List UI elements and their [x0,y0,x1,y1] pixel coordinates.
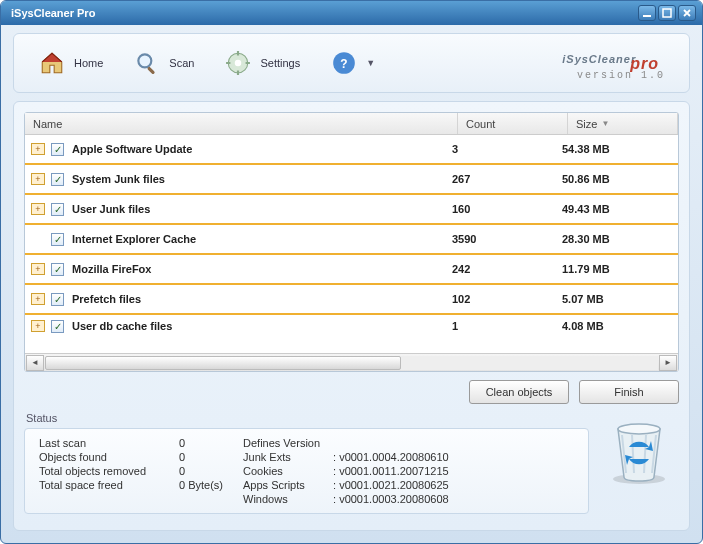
row-name: Prefetch files [72,293,452,305]
grid-body: +✓Apple Software Update354.38 MB+✓System… [25,135,678,353]
status-item: Last scan0 [39,437,223,449]
row-name: Mozilla FireFox [72,263,452,275]
definition-item: Cookies: v0001.0011.20071215 [243,465,449,477]
svg-rect-3 [147,66,155,74]
minimize-button[interactable] [638,5,656,21]
status-item: Objects found0 [39,451,223,463]
home-label: Home [74,57,103,69]
recycle-bin-icon [599,408,679,488]
definition-item: Apps Scripts: v0001.0021.20080625 [243,479,449,491]
row-name: User db cache files [72,320,452,332]
row-count: 1 [452,320,562,332]
status-defs-col: Defines Version Junk Exts: v0001.0004.20… [243,437,449,505]
row-name: Apple Software Update [72,143,452,155]
sort-desc-icon: ▼ [601,119,609,128]
toolbar: Home Scan Settings ? ▼ [13,33,690,93]
row-name: System Junk files [72,173,452,185]
table-row[interactable]: +✓Mozilla FireFox24211.79 MB [25,255,678,285]
expand-icon[interactable]: + [31,263,45,275]
row-count: 267 [452,173,562,185]
expand-icon[interactable]: + [31,320,45,332]
close-button[interactable] [678,5,696,21]
table-row[interactable]: +✓Internet Explorer Cache359028.30 MB [25,225,678,255]
clean-objects-button[interactable]: Clean objects [469,380,569,404]
scroll-track[interactable] [45,356,658,370]
row-size: 5.07 MB [562,293,672,305]
svg-rect-1 [663,9,671,17]
svg-point-2 [139,54,152,67]
horizontal-scrollbar[interactable]: ◄ ► [25,353,678,371]
defines-version-label: Defines Version [243,437,333,449]
content-area: Home Scan Settings ? ▼ [1,25,702,543]
row-name: User Junk files [72,203,452,215]
checkbox[interactable]: ✓ [51,173,64,186]
row-count: 3590 [452,233,562,245]
main-panel: Name Count Size▼ +✓Apple Software Update… [13,101,690,531]
checkbox[interactable]: ✓ [51,143,64,156]
settings-button[interactable]: Settings [214,45,310,81]
table-row[interactable]: +✓System Junk files26750.86 MB [25,165,678,195]
column-count[interactable]: Count [458,113,568,134]
app-window: iSysCleaner Pro Home Scan [0,0,703,544]
status-item: Total space freed0 Byte(s) [39,479,223,491]
row-size: 4.08 MB [562,320,672,332]
svg-point-5 [235,60,242,67]
status-item: Total objects removed0 [39,465,223,477]
expand-icon[interactable]: + [31,143,45,155]
checkbox[interactable]: ✓ [51,293,64,306]
scan-label: Scan [169,57,194,69]
help-icon: ? [330,49,358,77]
finish-button[interactable]: Finish [579,380,679,404]
home-icon [38,49,66,77]
row-count: 102 [452,293,562,305]
settings-label: Settings [260,57,300,69]
search-icon [133,49,161,77]
titlebar[interactable]: iSysCleaner Pro [1,1,702,25]
table-row[interactable]: +✓User Junk files16049.43 MB [25,195,678,225]
column-name[interactable]: Name [25,113,458,134]
checkbox[interactable]: ✓ [51,320,64,333]
svg-text:?: ? [341,57,348,71]
row-name: Internet Explorer Cache [72,233,452,245]
checkbox[interactable]: ✓ [51,233,64,246]
column-size[interactable]: Size▼ [568,113,678,134]
scan-button[interactable]: Scan [123,45,204,81]
brand-logo: iSysCleanerpro version 1.0 [562,45,675,81]
row-count: 242 [452,263,562,275]
expand-icon[interactable]: + [31,293,45,305]
row-size: 28.30 MB [562,233,672,245]
table-row[interactable]: +✓User db cache files14.08 MB [25,315,678,337]
expand-icon[interactable]: + [31,173,45,185]
row-size: 49.43 MB [562,203,672,215]
scroll-right-button[interactable]: ► [659,355,677,371]
scroll-left-button[interactable]: ◄ [26,355,44,371]
scroll-thumb[interactable] [45,356,401,370]
button-row: Clean objects Finish [24,380,679,404]
row-size: 54.38 MB [562,143,672,155]
results-grid: Name Count Size▼ +✓Apple Software Update… [24,112,679,372]
checkbox[interactable]: ✓ [51,203,64,216]
definition-item: Junk Exts: v0001.0004.20080610 [243,451,449,463]
checkbox[interactable]: ✓ [51,263,64,276]
row-count: 3 [452,143,562,155]
table-row[interactable]: +✓Apple Software Update354.38 MB [25,135,678,165]
status-area: Status Last scan0Objects found0Total obj… [24,408,679,514]
chevron-down-icon: ▼ [366,58,375,68]
window-title: iSysCleaner Pro [7,7,636,19]
table-row[interactable]: +✓Prefetch files1025.07 MB [25,285,678,315]
status-label: Status [24,408,589,428]
svg-point-9 [618,424,660,434]
expand-icon[interactable]: + [31,203,45,215]
svg-rect-0 [643,15,651,17]
row-size: 50.86 MB [562,173,672,185]
help-button[interactable]: ? ▼ [320,45,385,81]
maximize-button[interactable] [658,5,676,21]
grid-header: Name Count Size▼ [25,113,678,135]
status-left-col: Last scan0Objects found0Total objects re… [39,437,223,505]
gear-icon [224,49,252,77]
home-button[interactable]: Home [28,45,113,81]
row-count: 160 [452,203,562,215]
row-size: 11.79 MB [562,263,672,275]
status-box: Last scan0Objects found0Total objects re… [24,428,589,514]
definition-item: Windows: v0001.0003.20080608 [243,493,449,505]
